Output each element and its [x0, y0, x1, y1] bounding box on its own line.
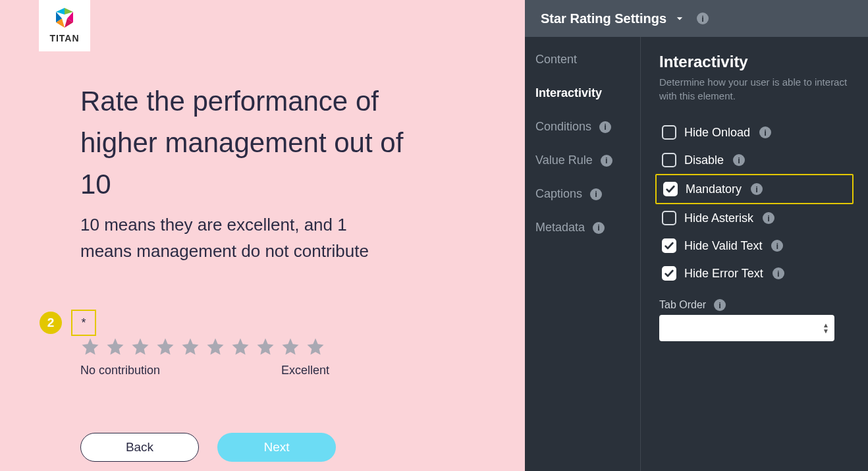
info-icon[interactable]: i: [590, 188, 602, 200]
info-icon[interactable]: i: [714, 299, 726, 311]
star-rating[interactable]: [80, 337, 325, 356]
info-icon[interactable]: i: [601, 155, 612, 167]
star-icon[interactable]: [205, 337, 225, 356]
nav-metadata[interactable]: Metadata i: [535, 221, 632, 235]
nav-conditions[interactable]: Conditions i: [535, 120, 632, 134]
option-hide-asterisk-label: Hide Asterisk: [684, 211, 753, 225]
nav-buttons: Back Next: [80, 433, 336, 462]
nav-value-rule[interactable]: Value Rule i: [535, 153, 632, 167]
section-title: Interactivity: [659, 53, 850, 71]
titan-logo: TITAN: [39, 0, 90, 51]
checkbox-mandatory[interactable]: [663, 182, 678, 196]
info-icon[interactable]: i: [697, 13, 709, 24]
nav-captions-label: Captions: [535, 187, 582, 201]
high-label: Excellent: [281, 364, 329, 377]
form-preview: TITAN Rate the performance of higher man…: [0, 0, 525, 471]
nav-interactivity-label: Interactivity: [535, 86, 602, 100]
chevron-down-icon: [673, 12, 686, 25]
form-heading: Rate the performance of higher managemen…: [80, 80, 410, 205]
info-icon[interactable]: i: [771, 240, 783, 252]
star-icon[interactable]: [256, 337, 275, 356]
option-hide-valid-text-label: Hide Valid Text: [684, 239, 762, 253]
low-label: No contribution: [80, 364, 160, 377]
star-rating-labels: No contribution Excellent: [80, 364, 329, 377]
nav-content[interactable]: Content: [535, 53, 632, 67]
star-icon[interactable]: [306, 337, 325, 356]
nav-captions[interactable]: Captions i: [535, 187, 632, 201]
info-icon[interactable]: i: [759, 126, 771, 138]
nav-metadata-label: Metadata: [535, 221, 585, 235]
settings-content: Interactivity Determine how your user is…: [641, 37, 868, 471]
option-hide-onload-label: Hide Onload: [684, 126, 750, 140]
star-icon[interactable]: [180, 337, 200, 356]
nav-conditions-label: Conditions: [535, 120, 591, 134]
annotation-2-badge: 2: [40, 312, 62, 334]
option-hide-onload[interactable]: Hide Onload i: [659, 119, 850, 146]
option-mandatory[interactable]: Mandatory i: [655, 174, 854, 204]
info-icon[interactable]: i: [593, 222, 605, 234]
tab-order-label-row: Tab Order i: [659, 299, 850, 311]
star-icon[interactable]: [80, 337, 100, 356]
info-icon[interactable]: i: [733, 154, 745, 166]
nav-interactivity[interactable]: Interactivity: [535, 86, 632, 100]
info-icon[interactable]: i: [599, 121, 611, 133]
titan-logo-icon: [51, 8, 78, 32]
option-hide-asterisk[interactable]: Hide Asterisk i: [659, 204, 850, 232]
next-button[interactable]: Next: [217, 433, 336, 462]
settings-header[interactable]: Star Rating Settings i: [525, 0, 868, 37]
checkbox-hide-asterisk[interactable]: [662, 211, 676, 225]
option-hide-valid-text[interactable]: Hide Valid Text i: [659, 232, 850, 260]
checkbox-hide-onload[interactable]: [662, 125, 676, 140]
checkbox-hide-error-text[interactable]: [662, 266, 676, 281]
info-icon[interactable]: i: [763, 212, 774, 224]
option-disable-label: Disable: [684, 153, 724, 167]
checkbox-hide-valid-text[interactable]: [662, 238, 676, 253]
back-button[interactable]: Back: [80, 433, 199, 462]
tab-order-input[interactable]: ▲▼: [659, 315, 834, 341]
nav-content-label: Content: [535, 53, 577, 67]
option-hide-error-text-label: Hide Error Text: [684, 267, 763, 281]
checkbox-disable[interactable]: [662, 153, 676, 167]
star-icon[interactable]: [281, 337, 300, 356]
mandatory-asterisk: *: [71, 310, 96, 336]
star-icon[interactable]: [231, 337, 250, 356]
option-disable[interactable]: Disable i: [659, 146, 850, 174]
tab-order-label: Tab Order: [659, 299, 706, 311]
info-icon[interactable]: i: [773, 267, 784, 279]
star-icon[interactable]: [130, 337, 150, 356]
section-desc: Determine how your user is able to inter…: [659, 75, 850, 103]
titan-logo-text: TITAN: [49, 33, 79, 43]
settings-nav: Content Interactivity Conditions i Value…: [525, 37, 641, 471]
stepper-arrows-icon[interactable]: ▲▼: [823, 322, 829, 334]
option-mandatory-label: Mandatory: [686, 182, 742, 196]
form-subheading: 10 means they are excellent, and 1 means…: [80, 211, 396, 265]
settings-panel: 1 Star Rating Settings i Content Interac…: [525, 0, 868, 471]
settings-header-title: Star Rating Settings: [541, 11, 666, 26]
star-icon[interactable]: [155, 337, 175, 356]
info-icon[interactable]: i: [751, 183, 763, 195]
star-icon[interactable]: [105, 337, 125, 356]
option-hide-error-text[interactable]: Hide Error Text i: [659, 260, 850, 287]
nav-value-rule-label: Value Rule: [535, 153, 593, 167]
